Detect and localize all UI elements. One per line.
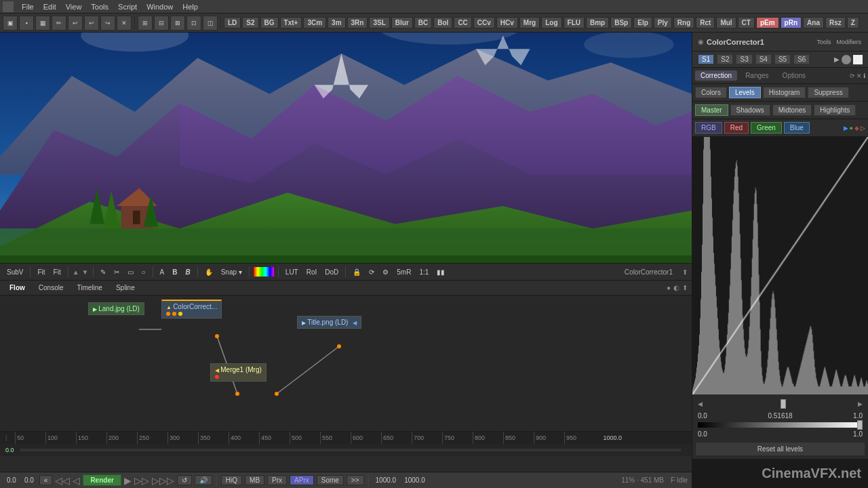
tb-undo[interactable]: ↩ bbox=[84, 16, 99, 30]
tb-icon4[interactable]: ✏ bbox=[52, 16, 66, 30]
menu-window[interactable]: Window bbox=[142, 0, 177, 13]
timeline-bar[interactable] bbox=[20, 449, 681, 451]
step-back-btn[interactable]: ◁ bbox=[73, 475, 80, 486]
tb-ld[interactable]: LD bbox=[224, 17, 241, 28]
s6-btn[interactable]: S6 bbox=[793, 54, 810, 64]
hist-thumb-mid[interactable] bbox=[781, 399, 786, 409]
tb-txt[interactable]: Txt+ bbox=[280, 17, 302, 28]
tb-log[interactable]: Log bbox=[541, 17, 561, 28]
mb-btn[interactable]: MB bbox=[245, 475, 264, 485]
tb-redo[interactable]: ↪ bbox=[100, 16, 115, 30]
correction-tab[interactable]: Correction bbox=[695, 70, 737, 81]
subv-btn[interactable]: SubV bbox=[4, 268, 26, 277]
s4-btn[interactable]: S4 bbox=[755, 54, 772, 64]
tb-grid3[interactable]: ⊠ bbox=[170, 16, 185, 30]
play-play-btn[interactable]: ▷▷ bbox=[134, 475, 149, 486]
menu-file[interactable]: File bbox=[18, 0, 38, 13]
tb-s2[interactable]: S2 bbox=[242, 17, 258, 28]
s5-btn[interactable]: S5 bbox=[774, 54, 791, 64]
tools-tab-btn[interactable]: Tools bbox=[815, 38, 832, 46]
tb-icon5[interactable]: ↩ bbox=[68, 16, 83, 30]
snap-label[interactable]: Snap ▾ bbox=[218, 268, 245, 277]
timeline-tab[interactable]: Timeline bbox=[71, 283, 107, 293]
lut-btn[interactable]: LUT bbox=[283, 268, 301, 277]
tb-mul[interactable]: Mul bbox=[716, 17, 736, 28]
node-title[interactable]: ▶ Title.png (LD) ◀ bbox=[297, 316, 361, 329]
ranges-tab[interactable]: Ranges bbox=[740, 70, 774, 81]
histogram-btn[interactable]: Histogram bbox=[763, 87, 806, 98]
s3-btn[interactable]: S3 bbox=[736, 54, 752, 64]
roi-btn[interactable]: RoI bbox=[304, 268, 320, 277]
close-flow-icon[interactable]: ⬆ bbox=[682, 284, 688, 291]
menu-edit[interactable]: Edit bbox=[39, 0, 60, 13]
tb-ct[interactable]: CT bbox=[738, 17, 755, 28]
modifiers-tab-btn[interactable]: Modifiers bbox=[835, 38, 863, 46]
tb-cc[interactable]: CC bbox=[454, 17, 471, 28]
aprx-btn[interactable]: APrx bbox=[290, 475, 314, 485]
highlights-btn[interactable]: Highlights bbox=[814, 104, 856, 116]
red-btn[interactable]: Red bbox=[724, 122, 749, 134]
tb-3cm[interactable]: 3Cm bbox=[303, 17, 326, 28]
s1-btn[interactable]: S1 bbox=[698, 54, 714, 64]
rp-collapse-icon[interactable]: ◉ bbox=[698, 38, 704, 45]
tb-ply[interactable]: Ply bbox=[654, 17, 672, 28]
fit-w-btn[interactable]: Fit bbox=[35, 268, 47, 277]
colors-btn[interactable]: Colors bbox=[695, 87, 727, 98]
render-btn[interactable]: Render bbox=[83, 474, 121, 486]
node-merge[interactable]: ◀ Merge1 (Mrg) bbox=[210, 363, 267, 382]
tb-icon3[interactable]: ▦ bbox=[35, 16, 50, 30]
tb-grid1[interactable]: ⊞ bbox=[138, 16, 153, 30]
tb-z[interactable]: Z bbox=[847, 17, 859, 28]
hist-top-slider[interactable] bbox=[705, 401, 855, 407]
suppress-btn[interactable]: Suppress bbox=[808, 87, 848, 98]
rgb-btn[interactable]: RGB bbox=[695, 122, 722, 134]
play-btn[interactable]: ▶ bbox=[124, 475, 132, 486]
tb-3sl[interactable]: 3SL bbox=[369, 17, 389, 28]
tb-mrg[interactable]: Mrg bbox=[519, 17, 540, 28]
tb-bsp[interactable]: BSp bbox=[610, 17, 632, 28]
hist-gradient-thumb[interactable] bbox=[857, 420, 863, 430]
green-btn[interactable]: Green bbox=[751, 122, 782, 134]
s2-btn[interactable]: S2 bbox=[717, 54, 733, 64]
some-btn[interactable]: Some bbox=[317, 475, 344, 485]
prx-btn[interactable]: Prx bbox=[267, 475, 287, 485]
levels-btn[interactable]: Levels bbox=[729, 87, 761, 98]
menu-script[interactable]: Script bbox=[114, 0, 141, 13]
tb-3rn[interactable]: 3Rn bbox=[347, 17, 368, 28]
fit-h-btn[interactable]: Fit bbox=[51, 268, 64, 277]
viewer-close-icon[interactable]: ⬆ bbox=[682, 268, 688, 276]
menu-view[interactable]: View bbox=[62, 0, 86, 13]
dod-btn[interactable]: DoD bbox=[322, 268, 341, 277]
expand-icon[interactable]: ◐ bbox=[673, 284, 679, 291]
tb-ccv[interactable]: CCv bbox=[473, 17, 495, 28]
prev-frame-btn[interactable]: « bbox=[39, 475, 53, 485]
tb-grid2[interactable]: ⊟ bbox=[154, 16, 169, 30]
prev-btn[interactable]: ◁◁ bbox=[55, 475, 70, 486]
midtones-btn[interactable]: Midtones bbox=[772, 104, 812, 116]
tb-rct[interactable]: Rct bbox=[696, 17, 715, 28]
tb-ana[interactable]: Ana bbox=[803, 17, 824, 28]
tb-rng[interactable]: Rng bbox=[673, 17, 694, 28]
blue-btn[interactable]: Blue bbox=[784, 122, 810, 134]
menu-help[interactable]: Help bbox=[178, 0, 202, 13]
tb-prn[interactable]: pRn bbox=[781, 17, 802, 28]
collapse-icon[interactable]: ● bbox=[667, 284, 671, 291]
tb-pem[interactable]: pEm bbox=[756, 17, 779, 28]
tb-cross[interactable]: ✕ bbox=[117, 16, 132, 30]
master-btn[interactable]: Master bbox=[695, 104, 728, 116]
res-label[interactable]: 5mR bbox=[394, 268, 414, 277]
tb-elp[interactable]: Elp bbox=[633, 17, 652, 28]
hiq-btn[interactable]: HiQ bbox=[221, 475, 242, 485]
tb-bc[interactable]: BC bbox=[414, 17, 432, 28]
spline-tab[interactable]: Spline bbox=[111, 283, 140, 293]
reset-all-levels-btn[interactable]: Reset all levels bbox=[695, 442, 865, 456]
node-land[interactable]: ▶ Land.jpg (LD) bbox=[88, 302, 144, 315]
hand-btn[interactable]: ✋ bbox=[202, 268, 216, 277]
tb-grid5[interactable]: ◫ bbox=[203, 16, 218, 30]
menu-tools[interactable]: Tools bbox=[87, 0, 113, 13]
loop-btn[interactable]: ↺ bbox=[177, 475, 192, 485]
tb-3m[interactable]: 3m bbox=[328, 17, 345, 28]
volume-btn[interactable]: 🔊 bbox=[195, 475, 212, 485]
hist-gradient-slider[interactable] bbox=[698, 422, 863, 428]
shadows-btn[interactable]: Shadows bbox=[730, 104, 770, 116]
